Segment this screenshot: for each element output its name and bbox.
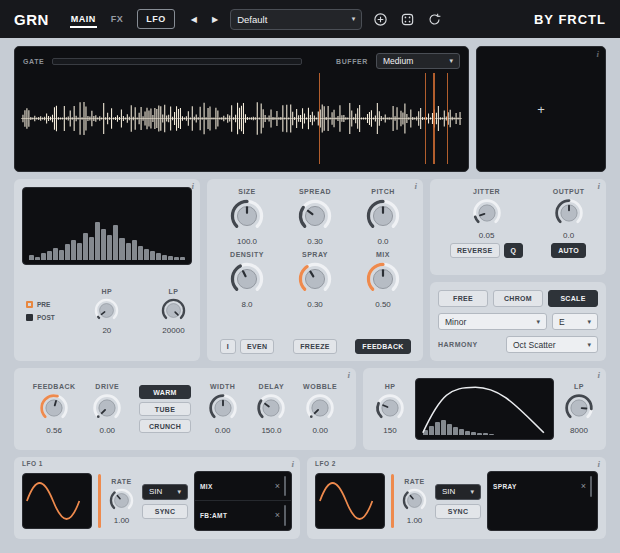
knob-value: 8.0 [241,300,252,309]
knob-value: 1.00 [407,516,423,525]
pre-lp-knob[interactable]: LP20000 [159,288,188,335]
knob-dial [254,391,288,425]
pre-toggle[interactable]: PRE [26,301,55,308]
info-icon[interactable]: i [597,460,600,469]
delay-knob[interactable]: DELAY150.0 [254,383,288,435]
tab-main[interactable]: MAIN [70,11,97,28]
sample-drop-zone[interactable]: i + [476,46,606,172]
lfo1-shape-select[interactable]: SIN ▾ [142,484,188,500]
info-icon[interactable]: i [414,182,417,191]
info-icon[interactable]: i [596,50,599,59]
knob-value: 8000 [570,426,588,435]
lfo1-wave-display[interactable] [22,473,92,529]
lfo1-rate-knob[interactable]: RATE1.00 [107,478,136,525]
target-depth-slider[interactable] [284,476,286,496]
prev-preset-button[interactable]: ◀ [188,13,200,26]
close-icon[interactable]: × [581,482,586,491]
post-hp-knob[interactable]: HP150 [373,383,407,435]
knob-value: 0.30 [307,237,323,246]
width-knob[interactable]: WIDTH0.00 [206,383,240,435]
post-toggle[interactable]: POST [26,314,55,321]
tube-button[interactable]: TUBE [139,402,191,416]
lfo1-wave-svg [23,474,91,528]
info-icon[interactable]: i [347,371,350,380]
buffer-select[interactable]: Medium ▾ [376,53,460,69]
crunch-button[interactable]: CRUNCH [139,419,191,433]
fx-row: i FEEDBACK0.56 DRIVE0.00 WARM TUBE CRUNC… [14,368,606,450]
lfo2-depth-slider[interactable] [391,474,394,528]
feedback-button[interactable]: FEEDBACK [355,339,410,354]
knob-value: 0.00 [312,426,328,435]
target-depth-slider[interactable] [284,505,286,525]
spread-knob[interactable]: SPREAD0.30 [295,188,335,246]
lfo2-shape-select[interactable]: SIN ▾ [435,484,481,500]
size-knob[interactable]: SIZE100.0 [227,188,267,246]
knob-label: HP [101,288,112,295]
harmony-select[interactable]: Oct Scatter ▾ [506,336,598,353]
free-button[interactable]: FREE [438,290,488,307]
reset-refresh-icon[interactable] [425,10,443,28]
lfo2-rate-knob[interactable]: RATE1.00 [400,478,429,525]
output-knob[interactable]: OUTPUT0.0 [552,188,586,240]
lfo1-depth-slider[interactable] [98,474,101,528]
spray-knob[interactable]: SPRAY0.30 [295,251,335,309]
chevron-down-icon: ▾ [587,341,591,349]
info-icon[interactable]: i [291,460,294,469]
lfo2-wave-display[interactable] [315,473,385,529]
lfo1-sync-button[interactable]: SYNC [142,504,188,519]
root-note-select[interactable]: E ▾ [552,313,598,330]
pre-checkbox[interactable] [26,301,33,308]
interp-button[interactable]: I [220,339,236,354]
pitch-knob[interactable]: PITCH0.0 [363,188,403,246]
scale-button[interactable]: SCALE [548,290,598,307]
knob-label: OUTPUT [553,188,585,195]
harmony-label: HARMONY [438,341,501,348]
waveform-display[interactable] [21,73,462,164]
density-knob[interactable]: DENSITY8.0 [227,251,267,309]
info-icon[interactable]: i [597,182,600,191]
info-icon[interactable]: i [597,371,600,380]
close-icon[interactable]: × [275,511,280,520]
info-icon[interactable]: i [191,182,194,191]
mix-knob[interactable]: MIX0.50 [363,251,403,309]
quantize-button[interactable]: Q [504,243,524,258]
lfo-target-row[interactable]: SPRAY × [488,472,597,501]
knob-value: 0.30 [307,300,323,309]
knob-label: DELAY [259,383,285,390]
tab-fx[interactable]: FX [111,14,124,24]
knob-dial [37,391,71,425]
close-icon[interactable]: × [275,482,280,491]
lfo2-controls: SIN ▾ SYNC [435,484,481,519]
knob-label: LP [169,288,179,295]
knob-dial [227,196,267,236]
tab-lfo[interactable]: LFO [137,9,175,29]
wobble-knob[interactable]: WOBBLE0.00 [303,383,337,435]
post-checkbox[interactable] [26,314,33,321]
lfo-target-row[interactable]: FB:AMT × [195,501,291,530]
randomize-dice-icon[interactable] [398,10,416,28]
drive-knob[interactable]: DRIVE0.00 [90,383,124,435]
lfo1-controls: SIN ▾ SYNC [142,484,188,519]
knob-dial [363,196,403,236]
pre-hp-knob[interactable]: HP20 [92,288,121,335]
jitter-knob[interactable]: JITTER0.05 [470,188,504,240]
next-preset-button[interactable]: ▶ [209,13,221,26]
post-lp-knob[interactable]: LP8000 [562,383,596,435]
gate-meter[interactable] [52,58,302,65]
lfo2-sync-button[interactable]: SYNC [435,504,481,519]
scale-type-select[interactable]: Minor ▾ [438,313,547,330]
freeze-button[interactable]: FREEZE [293,339,336,354]
chrom-button[interactable]: CHROM [493,290,543,307]
pitch-mode-buttons: FREE CHROM SCALE [438,290,598,307]
auto-gain-button[interactable]: AUTO [551,243,586,258]
lfo-target-row[interactable]: MIX × [195,472,291,501]
knob-label: RATE [404,478,425,485]
warm-button[interactable]: WARM [139,385,191,399]
fx-feedback-knob[interactable]: FEEDBACK0.56 [33,383,76,435]
save-preset-icon[interactable] [371,10,389,28]
preset-select[interactable]: Default ▾ [230,9,362,30]
even-button[interactable]: EVEN [240,339,274,354]
target-depth-slider[interactable] [590,476,592,496]
knob-label: WIDTH [210,383,235,390]
reverse-button[interactable]: REVERSE [450,243,500,258]
